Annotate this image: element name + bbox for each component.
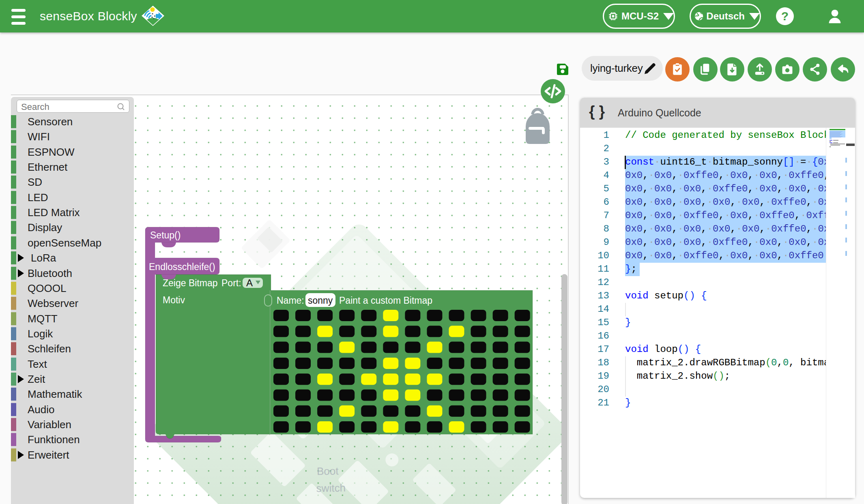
svg-text:A: A [246,277,253,288]
svg-text:Endlosschleife(): Endlosschleife() [149,262,215,272]
svg-text:Setup(): Setup() [150,230,181,240]
svg-text:Zeige Bitmap: Zeige Bitmap [163,278,218,288]
svg-text:Port:: Port: [221,278,241,288]
svg-text:sonny: sonny [308,295,333,306]
svg-text:Name:: Name: [277,295,304,306]
svg-text:Motiv: Motiv [163,295,185,305]
svg-text:Paint a custom Bitmap: Paint a custom Bitmap [339,295,432,306]
